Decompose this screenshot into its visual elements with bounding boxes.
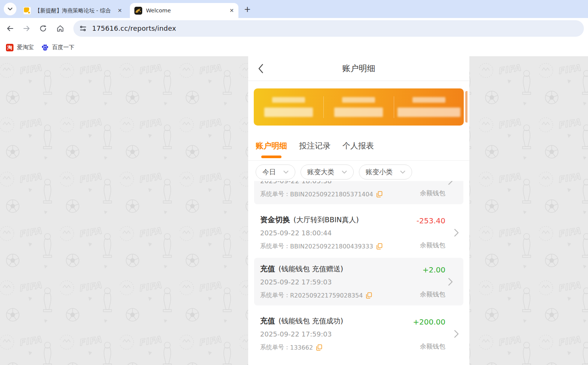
bookmark-label: 爱淘宝 [17, 44, 34, 51]
tab-search-button[interactable] [4, 3, 16, 15]
chevron-right-icon [448, 181, 453, 187]
baidu-paw-icon: du [41, 44, 49, 51]
site-settings-icon[interactable] [79, 25, 87, 32]
section-tabs: 账户明细 投注记录 个人报表 [248, 133, 469, 161]
chevron-right-icon [448, 278, 453, 287]
tx-amount: +2.00 [423, 265, 445, 274]
active-tab-underline [261, 156, 281, 158]
home-icon[interactable] [56, 24, 64, 33]
tx-wallet: 余额钱包 [420, 189, 445, 197]
tab-personal-report[interactable]: 个人报表 [342, 141, 374, 160]
tx-wallet: 余额钱包 [420, 290, 445, 299]
tx-subtitle: (钱能钱包 充值成功) [278, 317, 343, 325]
tx-wallet: 余额钱包 [420, 241, 445, 250]
tx-order-number: 133662 [290, 344, 313, 351]
tab-label: 账户明细 [256, 141, 287, 150]
tx-title: 资金切换 [260, 215, 290, 224]
redacted-value [264, 108, 313, 117]
balance-stat-redacted [324, 97, 393, 117]
tx-datetime: 2025-09-22 17:59:03 [260, 278, 445, 287]
page-title: 账户明细 [248, 56, 469, 81]
tx-datetime: 2025-09-22 18:05:38 [260, 181, 445, 186]
redacted-label [412, 97, 445, 103]
tab-bet-records[interactable]: 投注记录 [299, 141, 330, 160]
browser-tab-forum[interactable]: 【新提醒】海燕策略论坛 - 综合 ✕ [19, 3, 127, 18]
filter-label: 账变大类 [307, 168, 334, 177]
transaction-row[interactable]: 充值(钱能钱包 充值赠送) 2025-09-22 17:59:03 系统单号： … [254, 258, 463, 305]
chevron-down-icon [283, 171, 289, 174]
tab-title: Welcome [146, 7, 226, 13]
chevron-right-icon [454, 229, 459, 238]
app-column: 账户明细 [248, 56, 469, 365]
transaction-row[interactable]: 充值(钱能钱包 充值成功) 2025-09-22 17:59:03 系统单号： … [248, 310, 469, 358]
filter-date-dropdown[interactable]: 今日 [256, 165, 295, 180]
balance-card-carousel [248, 81, 469, 133]
transaction-list[interactable]: 2025-09-22 18:05:38 系统单号： BBIN2025092218… [248, 181, 469, 365]
filter-label: 今日 [262, 168, 276, 177]
tx-subtitle: (钱能钱包 充值赠送) [278, 265, 343, 273]
tx-title: 充值 [260, 264, 275, 273]
bookmark-label: 百度一下 [52, 44, 74, 51]
reload-icon[interactable] [39, 24, 47, 33]
copy-icon[interactable] [377, 191, 383, 197]
taobao-icon: 淘 [6, 44, 13, 51]
copy-icon[interactable] [366, 292, 372, 299]
chevron-down-icon [400, 171, 405, 174]
tx-order-label: 系统单号： [260, 242, 290, 250]
new-tab-button[interactable]: + [243, 4, 252, 14]
tab-label: 投注记录 [299, 141, 330, 150]
back-icon[interactable] [6, 24, 14, 33]
tx-order-label: 系统单号： [260, 344, 290, 352]
forum-favicon-icon [23, 7, 31, 15]
copy-icon[interactable] [377, 243, 383, 250]
redacted-value [397, 108, 460, 117]
redacted-label [272, 97, 305, 103]
web-page: FIFA [0, 56, 588, 365]
bookmarks-bar: 淘 爱淘宝 du 百度一下 [0, 39, 588, 56]
redacted-label [342, 97, 375, 103]
tx-wallet: 余额钱包 [420, 342, 445, 351]
tx-order-number: BBIN202509221805371404 [290, 191, 373, 198]
forward-icon[interactable] [22, 24, 31, 33]
next-card-peek [465, 91, 467, 123]
tx-order-number: BBIN202509221800439333 [290, 243, 373, 250]
chevron-down-icon [342, 171, 347, 174]
close-tab-icon[interactable]: ✕ [118, 8, 122, 13]
balance-card[interactable] [254, 88, 464, 126]
tx-amount: +200.00 [413, 317, 445, 326]
url-bar[interactable]: 175616.cc/reports/index [73, 20, 584, 37]
browser-toolbar: 175616.cc/reports/index [0, 18, 588, 39]
bookmark-baidu[interactable]: du 百度一下 [41, 39, 74, 56]
balance-stat-redacted [254, 97, 323, 117]
url-text[interactable]: 175616.cc/reports/index [92, 24, 176, 32]
copy-icon[interactable] [316, 344, 322, 351]
transaction-row[interactable]: 2025-09-22 18:05:38 系统单号： BBIN2025092218… [254, 181, 463, 204]
tx-order-label: 系统单号： [260, 292, 290, 299]
tx-title: 充值 [260, 316, 275, 325]
tab-label: 个人报表 [342, 141, 374, 150]
filter-bar: 今日 账变大类 账变小类 [248, 161, 469, 181]
tx-subtitle: (大厅转到BBIN真人) [293, 215, 359, 224]
filter-minor-category-dropdown[interactable]: 账变小类 [359, 165, 412, 180]
gold-dragon-favicon-icon [134, 7, 142, 15]
tab-account-detail[interactable]: 账户明细 [256, 141, 287, 160]
browser-tab-strip: 【新提醒】海燕策略论坛 - 综合 ✕ Welcome ✕ + [0, 0, 588, 18]
chevron-down-icon [7, 6, 13, 12]
filter-label: 账变小类 [366, 168, 393, 177]
transaction-row[interactable]: 资金切换(大厅转到BBIN真人) 2025-09-22 18:00:44 系统单… [248, 209, 469, 256]
tx-order-label: 系统单号： [260, 190, 290, 198]
chevron-right-icon [454, 330, 459, 340]
app-header: 账户明细 [248, 56, 469, 81]
close-tab-icon[interactable]: ✕ [229, 8, 234, 13]
redacted-value [334, 108, 383, 117]
filter-major-category-dropdown[interactable]: 账变大类 [301, 165, 354, 180]
tab-title: 【新提醒】海燕策略论坛 - 综合 [35, 7, 115, 14]
svg-text:du: du [44, 47, 47, 50]
tx-amount: -253.40 [417, 216, 445, 225]
bookmark-aitaobao[interactable]: 淘 爱淘宝 [6, 39, 34, 56]
tx-order-number: R202509221759028354 [290, 292, 363, 299]
browser-tab-welcome[interactable]: Welcome ✕ [130, 3, 238, 18]
balance-stat-redacted [394, 97, 464, 117]
